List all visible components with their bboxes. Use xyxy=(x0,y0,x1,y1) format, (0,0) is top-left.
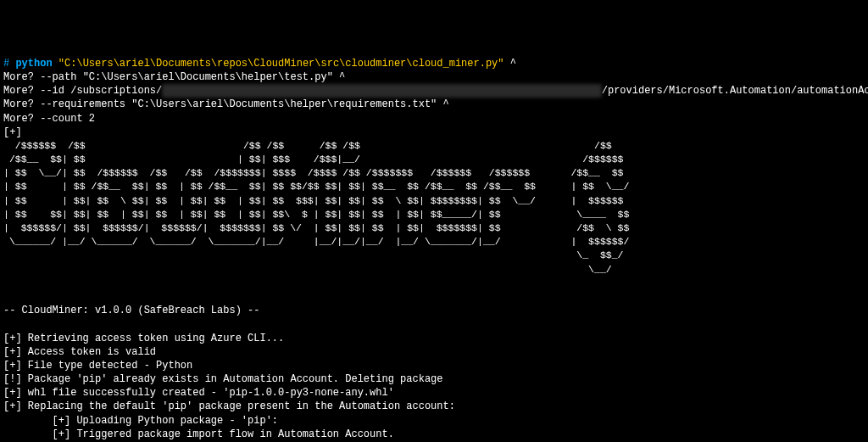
log-line: [+] whl file successfully created - 'pip… xyxy=(3,387,394,399)
log-line: [+] Triggered package import flow in Aut… xyxy=(3,428,394,440)
more-line-4: More? --count 2 xyxy=(3,113,95,125)
more-line-2: More? --id /subscriptions/██████████████… xyxy=(3,85,868,97)
log-line: [+] Uploading Python package - 'pip': xyxy=(3,415,278,427)
terminal-output: # python "C:\Users\ariel\Documents\repos… xyxy=(3,57,865,442)
log-line: [+] Retrieving access token using Azure … xyxy=(3,333,284,344)
script-path: "C:\Users\ariel\Documents\repos\CloudMin… xyxy=(58,58,504,70)
version-line: -- CloudMiner: v1.0.0 (SafeBreach Labs) … xyxy=(3,305,259,316)
prompt-hash: # xyxy=(3,58,9,70)
log-line: [!] Package 'pip' already exists in Auto… xyxy=(3,373,442,385)
line-caret: ^ xyxy=(504,58,516,70)
more-line-1: More? --path "C:\Users\ariel\Documents\h… xyxy=(3,71,345,83)
cloudminer-ascii-logo: /$$$$$$ /$$ /$$ /$$ /$$ /$$ /$$ /$$__ $$… xyxy=(3,140,629,275)
log-line: [+] Replacing the default 'pip' package … xyxy=(3,400,455,412)
plus-marker: [+] xyxy=(3,126,22,138)
log-line: [+] Access token is valid xyxy=(3,346,156,358)
redacted-subscription-id: ████████████████████████████████████████… xyxy=(162,84,601,98)
log-line: [+] File type detected - Python xyxy=(3,360,192,372)
more-line-3: More? --requirements "C:\Users\ariel\Doc… xyxy=(3,98,449,110)
python-keyword: python xyxy=(15,58,52,70)
